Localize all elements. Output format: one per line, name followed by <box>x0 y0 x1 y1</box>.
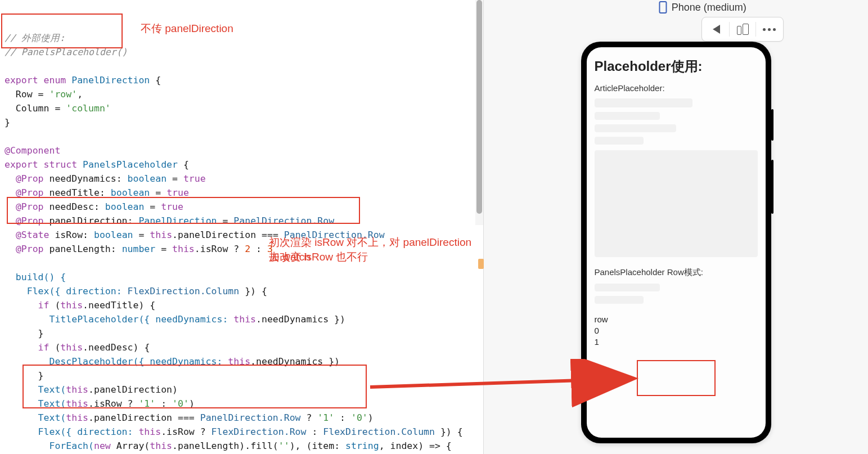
skeleton-block <box>595 150 758 257</box>
section-label: PanelsPlaceholder Row模式: <box>595 267 758 278</box>
toolbar-separator <box>755 22 756 37</box>
scrollbar-thumb[interactable] <box>476 0 482 214</box>
device-switch-button[interactable] <box>731 20 754 39</box>
section-label: ArticlePlaceholder: <box>595 83 758 93</box>
phone-frame: Placeholder使用: ArticlePlaceholder: Panel… <box>581 42 771 443</box>
skeleton-line <box>595 112 660 120</box>
phone-side-button <box>771 160 773 214</box>
code-block: // 外部使用: // PanelsPlaceholder() export e… <box>0 0 483 454</box>
more-button[interactable] <box>757 20 781 39</box>
code-editor-pane[interactable]: // 外部使用: // PanelsPlaceholder() export e… <box>0 0 484 454</box>
phone-screen[interactable]: Placeholder使用: ArticlePlaceholder: Panel… <box>587 47 766 438</box>
preview-title: Placeholder使用: <box>595 57 758 75</box>
toolbar-separator <box>729 22 730 37</box>
skeleton-line <box>595 284 660 291</box>
dots-icon <box>763 28 776 31</box>
phone-side-button <box>771 109 773 141</box>
back-button[interactable] <box>704 20 728 39</box>
device-label[interactable]: Phone (medium) <box>659 0 746 14</box>
output-compare: 1 <box>595 336 758 348</box>
skeleton-line <box>595 98 692 107</box>
code-comment: // PanelsPlaceholder() <box>5 47 128 57</box>
triangle-left-icon <box>713 25 720 34</box>
device-label-text: Phone (medium) <box>672 2 746 14</box>
preview-pane: Phone (medium) Placeholder使用: ArticlePla… <box>484 0 868 454</box>
output-row: row <box>595 314 758 325</box>
preview-toolbar <box>701 17 784 42</box>
output-isrow: 0 <box>595 325 758 336</box>
phone-icon <box>659 1 667 14</box>
skeleton-line <box>595 296 644 304</box>
skeleton-line <box>595 124 676 132</box>
editor-scrollbar[interactable] <box>475 0 483 225</box>
code-comment: // 外部使用: <box>5 33 65 43</box>
device-icon <box>737 24 749 35</box>
pane-resize-handle[interactable] <box>478 259 484 269</box>
skeleton-line <box>595 137 644 145</box>
